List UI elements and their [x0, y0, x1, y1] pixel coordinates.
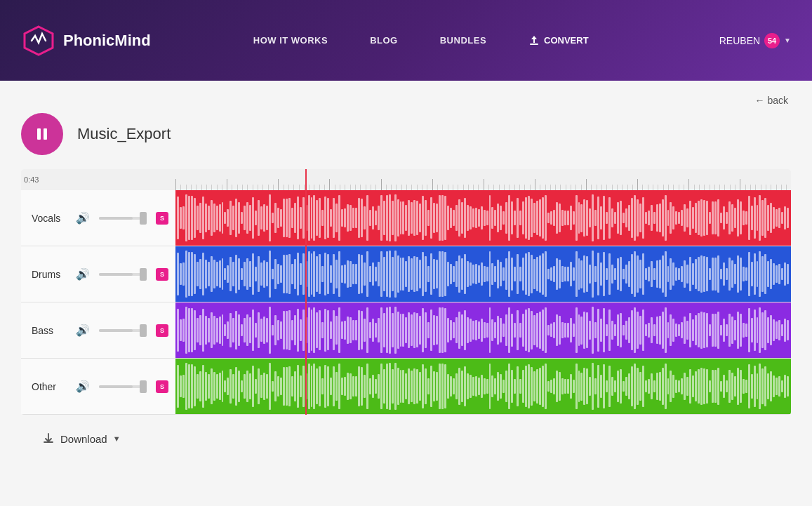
volume-slider-vocals[interactable] — [99, 216, 147, 220]
svg-rect-1 — [530, 44, 538, 45]
nav-blog[interactable]: BLOG — [370, 35, 398, 46]
credits-badge: 54 — [764, 33, 780, 48]
download-button[interactable]: Download ▼ — [42, 432, 121, 445]
volume-slider-bass[interactable] — [99, 328, 147, 333]
volume-icon-bass[interactable]: 🔊 — [76, 324, 90, 337]
track-name-bass: Bass — [32, 325, 70, 336]
ruler-ticks — [175, 169, 791, 190]
track-row-vocals: Vocals 🔊 S — [21, 190, 791, 246]
track-label-bass: Bass 🔊 S — [21, 302, 175, 358]
player-header: Music_Export — [21, 113, 791, 155]
back-arrow-icon: ← — [754, 95, 764, 106]
download-section: Download ▼ — [21, 415, 791, 462]
track-name-drums: Drums — [32, 269, 70, 280]
username: REUBEN — [719, 35, 760, 46]
chevron-down-icon: ▼ — [784, 36, 791, 44]
track-row-drums: Drums 🔊 S — [21, 246, 791, 302]
time-current: 0:43 — [24, 169, 39, 190]
back-link[interactable]: ← back — [21, 95, 791, 106]
logo-icon — [21, 23, 56, 58]
solo-button-bass[interactable]: S — [156, 324, 168, 337]
download-chevron-icon: ▼ — [113, 434, 121, 443]
solo-button-other[interactable]: S — [156, 380, 168, 393]
volume-icon-drums[interactable]: 🔊 — [76, 267, 90, 281]
timeline-ruler[interactable]: 0:43 — [21, 169, 791, 190]
header: PhonicMind HOW IT WORKS BLOG BUNDLES CON… — [0, 0, 812, 81]
waveform-vocals[interactable] — [175, 190, 791, 246]
nav-convert[interactable]: CONVERT — [528, 35, 589, 46]
pause-button[interactable] — [21, 113, 63, 155]
solo-button-drums[interactable]: S — [156, 268, 168, 281]
solo-button-vocals[interactable]: S — [156, 212, 168, 225]
nav: HOW IT WORKS BLOG BUNDLES CONVERT — [253, 35, 589, 46]
svg-rect-3 — [44, 128, 47, 140]
waveform-bass[interactable] — [175, 302, 791, 358]
track-label-other: Other 🔊 S — [21, 359, 175, 414]
song-title: Music_Export — [77, 125, 171, 143]
nav-how-it-works[interactable]: HOW IT WORKS — [253, 35, 328, 46]
track-name-other: Other — [32, 381, 70, 392]
download-label: Download — [60, 433, 107, 445]
logo[interactable]: PhonicMind — [21, 23, 151, 58]
waveform-drums[interactable] — [175, 246, 791, 302]
volume-icon-other[interactable]: 🔊 — [76, 380, 90, 393]
volume-slider-drums[interactable] — [99, 272, 147, 277]
track-row-other: Other 🔊 S — [21, 359, 791, 415]
waveform-other[interactable] — [175, 359, 791, 414]
logo-text: PhonicMind — [63, 32, 151, 50]
volume-icon-vocals[interactable]: 🔊 — [76, 211, 90, 225]
pause-icon — [34, 126, 50, 142]
track-row-bass: Bass 🔊 S — [21, 302, 791, 359]
main-content: ← back Music_Export 0:43 Voc — [0, 81, 812, 506]
back-label: back — [767, 95, 788, 106]
nav-bundles[interactable]: BUNDLES — [440, 35, 486, 46]
svg-rect-2 — [37, 128, 41, 140]
user-menu[interactable]: REUBEN 54 ▼ — [719, 33, 791, 48]
upload-icon — [528, 35, 540, 46]
volume-slider-other[interactable] — [99, 385, 147, 389]
track-label-drums: Drums 🔊 S — [21, 246, 175, 302]
download-icon — [42, 432, 55, 445]
tracks-container: 0:43 Vocals 🔊 S — [21, 169, 791, 415]
track-label-vocals: Vocals 🔊 S — [21, 190, 175, 246]
track-name-vocals: Vocals — [32, 213, 70, 224]
